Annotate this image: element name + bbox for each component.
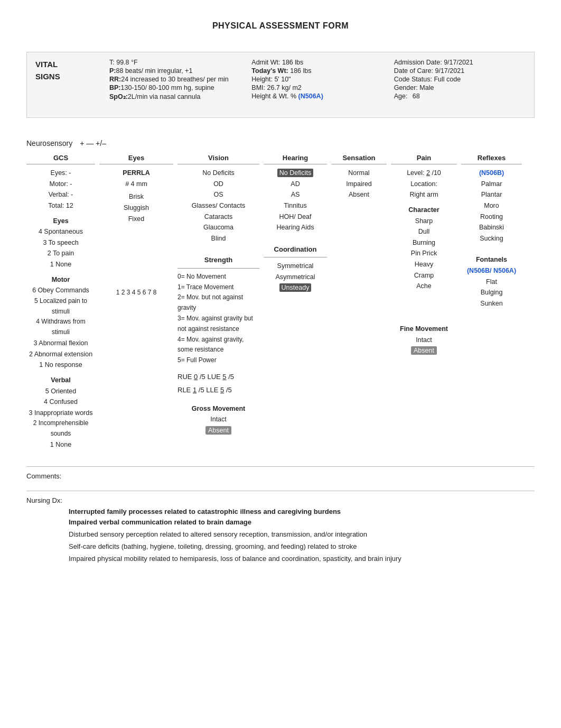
vision-body: No Deficits OD OS Glasses/ Contacts Cata…	[177, 168, 259, 436]
gcs-verbal-4: 4 Confused	[26, 397, 95, 408]
gcs-verbal-1: 1 None	[26, 439, 95, 450]
coord-symmetrical: Symmetrical	[264, 261, 327, 272]
vs-temp: T: 99.8 °F	[109, 59, 241, 66]
dx-item-3: Disturbed sensory perception related to …	[69, 529, 535, 540]
sensation-impaired: Impaired	[331, 179, 387, 190]
hearing-no-deficits: No Deficits	[264, 168, 327, 179]
vs-middle-col: Admit Wt: 186 lbs Today's Wt: 186 lbs He…	[251, 59, 383, 100]
fontanels-sunken: Sunken	[461, 298, 522, 309]
vision-header: Vision	[177, 154, 259, 164]
page-title: PHYSICAL ASSESSMENT FORM	[26, 21, 535, 31]
vs-rr: RR:24 increased to 30 breathes/ per min	[109, 76, 241, 83]
vs-bp: BP:130-150/ 80-100 mm hg, supine	[109, 84, 241, 91]
eyes-body: PERRLA # 4 mm Brisk Sluggish Fixed 1 2 3…	[99, 168, 173, 298]
vision-glaucoma: Glaucoma	[177, 222, 259, 233]
pain-dull: Dull	[391, 226, 457, 237]
coord-unsteady: Unsteady	[264, 282, 327, 293]
gcs-eyes: Eyes: -	[26, 168, 95, 179]
gcs-verbal-3: 3 Inappropriate words	[26, 408, 95, 419]
neurosensory-symbols: + — +/–	[80, 139, 106, 148]
vision-glasses: Glasses/ Contacts	[177, 200, 259, 211]
pain-cramp: Cramp	[391, 270, 457, 281]
reflexes-palmar: Palmar	[461, 179, 522, 190]
reflexes-sucking: Sucking	[461, 233, 522, 244]
sensation-col: Sensation Normal Impaired Absent	[331, 154, 387, 200]
fontanels-flat: Flat	[461, 277, 522, 288]
reflexes-plantar: Plantar	[461, 189, 522, 200]
gcs-verbal: Verbal: -	[26, 189, 95, 200]
dx-item-5: Impaired physical mobility related to he…	[69, 554, 535, 565]
gcs-header: GCS	[26, 154, 95, 164]
vs-admission-date: Admission Date: 9/17/2021	[394, 59, 526, 66]
pain-location: Location:	[391, 179, 457, 190]
gcs-motor-4: 4 Withdraws from stimuli	[26, 317, 95, 338]
eyes-size: # 4 mm	[99, 179, 173, 190]
vision-blind: Blind	[177, 233, 259, 244]
strength-subsection: Strength 0= No Movement 1= Trace Movemen…	[177, 254, 259, 436]
vs-p: P:88 beats/ min irregular, +1	[109, 67, 241, 75]
vision-os: OS	[177, 189, 259, 200]
gcs-motor-6: 6 Obey Commands	[26, 285, 95, 296]
reflexes-body: (N506B) Palmar Plantar Moro Rooting Babi…	[461, 168, 522, 309]
pain-ache: Ache	[391, 281, 457, 292]
eyes-header: Eyes	[99, 154, 173, 164]
sensation-absent: Absent	[331, 189, 387, 200]
hearing-aids: Hearing Aids	[264, 222, 327, 233]
nursing-dx-label: Nursing Dx:	[26, 496, 62, 504]
fine-movement: Fine Movement Intact Absent	[391, 324, 457, 356]
gcs-body: Eyes: - Motor: - Verbal: - Total: 12 Eye…	[26, 168, 95, 450]
strength-rue: RUE 0 /5 LUE 5 /5	[177, 371, 259, 382]
sensation-normal: Normal	[331, 168, 387, 179]
vision-col: Vision No Deficits OD OS Glasses/ Contac…	[177, 154, 259, 436]
hearing-header: Hearing	[264, 154, 327, 164]
gcs-motor-2: 2 Abnormal extension	[26, 349, 95, 360]
gcs-motor-3: 3 Abnormal flexion	[26, 338, 95, 349]
strength-scores: RUE 0 /5 LUE 5 /5 RLE 1	[177, 371, 259, 396]
neurosensory-header: Neurosensory + — +/–	[26, 139, 535, 148]
vital-signs-box: VITAL SIGNS T: 99.8 °F P:88 beats/ min i…	[26, 52, 535, 118]
vital-signs-label: VITAL SIGNS	[35, 59, 99, 82]
sensation-body: Normal Impaired Absent	[331, 168, 387, 200]
reflexes-col: Reflexes (N506B) Palmar Plantar Moro Roo…	[461, 154, 522, 309]
vs-age: Age: 68	[394, 93, 526, 100]
hearing-col: Hearing No Deficits AD AS Tinnitus HOH/ …	[264, 154, 327, 293]
eyes-brisk: Brisk	[99, 191, 173, 202]
reflexes-code: (N506B)	[461, 168, 522, 179]
comments-section: Comments:	[26, 466, 535, 480]
gcs-total: Total: 12	[26, 200, 95, 211]
gcs-col: GCS Eyes: - Motor: - Verbal: - Total: 12…	[26, 154, 95, 450]
pain-col: Pain Level: 2 /10 Location: Right arm Ch…	[391, 154, 457, 356]
gcs-motor-header: Motor	[26, 274, 95, 285]
gcs-motor: Motor: -	[26, 179, 95, 190]
eyes-fixed: Fixed	[99, 214, 173, 225]
nursing-dx-section: Nursing Dx: Interrupted family processes…	[26, 491, 535, 565]
vs-date-of-care: Date of Care: 9/17/2021	[394, 67, 526, 75]
vs-admit-wt: Admit Wt: 186 lbs	[251, 59, 383, 66]
hearing-tinnitus: Tinnitus	[264, 200, 327, 211]
vs-bmi: BMI: 26.7 kg/ m2	[251, 84, 383, 91]
strength-scale: 0= No Movement 1= Trace Movement 2= Mov.…	[177, 272, 259, 366]
gcs-motor-5: 5 Localized pain to stimuli	[26, 296, 95, 317]
pain-header: Pain	[391, 154, 457, 164]
fontanels-header: Fontanels	[461, 254, 522, 265]
neurosensory-title: Neurosensory	[26, 139, 72, 148]
vs-ht-wt: Height & Wt. % (N506A)	[251, 93, 383, 100]
strength-header: Strength	[177, 254, 259, 268]
pain-level: Level: 2 /10	[391, 168, 457, 179]
fontanels-codes: (N506B/ N506A)	[461, 265, 522, 277]
reflexes-rooting: Rooting	[461, 211, 522, 223]
vs-p-col: T: 99.8 °F P:88 beats/ min irregular, +1…	[109, 59, 241, 100]
vision-od: OD	[177, 179, 259, 190]
eyes-perrla: PERRLA	[99, 168, 173, 179]
gcs-eyes-4: 4 Spontaneous	[26, 226, 95, 237]
neuro-main-grid: GCS Eyes: - Motor: - Verbal: - Total: 12…	[26, 154, 535, 450]
vs-right-col: Admission Date: 9/17/2021 Date of Care: …	[394, 59, 526, 100]
eyes-sluggish: Sluggish	[99, 202, 173, 214]
vision-no-deficits: No Deficits	[177, 168, 259, 179]
gross-movement: Gross Movement Intact Absent	[177, 403, 259, 436]
pain-heavy: Heavy	[391, 259, 457, 270]
eyes-scale: 1 2 3 4 5 6 7 8	[99, 288, 173, 298]
reflexes-header: Reflexes	[461, 154, 522, 164]
vs-spo2: SpO₂:2L/min via nasal cannula	[109, 93, 241, 100]
gcs-eyes-1: 1 None	[26, 259, 95, 270]
